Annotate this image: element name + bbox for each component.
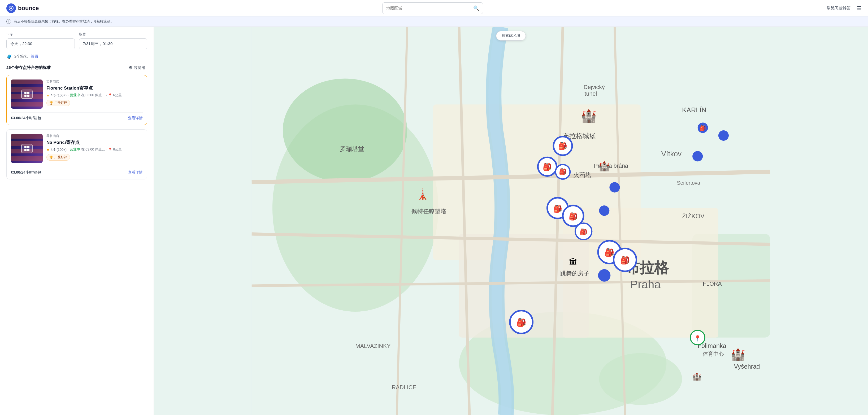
store-image-1 [11, 79, 43, 109]
svg-point-4 [283, 78, 407, 182]
svg-text:🎒: 🎒 [558, 141, 567, 150]
svg-text:🎒: 🎒 [543, 163, 552, 171]
separator-1: · [68, 93, 69, 97]
bags-row: 🧳 2个箱包 编辑 [6, 54, 147, 59]
rating-count-2: (100+) [57, 148, 67, 151]
store-name-1: Florenc Station寄存点 [46, 85, 143, 91]
dropoff-label: 下车 [6, 32, 75, 37]
search-bar[interactable]: 🔍 [382, 2, 483, 14]
star-icon-2: ★ [46, 148, 50, 151]
pin-icon-2: 📍 [108, 148, 112, 151]
filter-icon: ⚙ [129, 65, 132, 70]
datetime-row: 下车 今天，22:30 取货 7/31周三，01:30 [6, 32, 147, 49]
main-content: 下车 今天，22:30 取货 7/31周三，01:30 🧳 2个箱包 编辑 25… [0, 27, 868, 415]
search-icon[interactable]: 🔍 [473, 5, 479, 11]
svg-text:🏰: 🏰 [598, 161, 610, 172]
logo[interactable]: bounce [6, 3, 39, 13]
results-count: 25个寄存点符合您的标准 [6, 65, 51, 70]
trophy-icon-2: 🏆 [49, 155, 53, 159]
filter-button[interactable]: ⚙ 过滤器 [127, 64, 147, 71]
price-1: €3.00/24小时/箱包 [11, 116, 41, 120]
notice-text: 商店不接受现金或未预订前往。在办理寄存前取消，可获得退款。 [14, 19, 114, 24]
store-rating-2: ★ 4.6 (100+) · 营业中 在 03:00 停止... · 📍 6公里 [46, 147, 143, 152]
store-rating-1: ★ 4.5 (100+) · 营业中 在 03:00 停止... · 📍 6公里 [46, 93, 143, 98]
svg-point-1 [10, 7, 12, 9]
svg-text:🏰: 🏰 [581, 108, 597, 123]
notice-bar: i 商店不接受现金或未预订前往。在办理寄存前取消，可获得退款。 [0, 16, 868, 27]
header-nav: 常见问题解答 ☰ [827, 5, 862, 11]
info-icon: i [6, 19, 11, 24]
store-card-1[interactable]: 零售商店 Florenc Station寄存点 ★ 4.5 (100+) · 营… [6, 75, 147, 125]
svg-text:📍: 📍 [694, 335, 701, 342]
badge-text-2: 广受好评 [54, 155, 67, 160]
badge-text-1: 广受好评 [54, 101, 67, 105]
bags-icon: 🧳 [6, 54, 12, 59]
separator-4: · [106, 148, 107, 151]
svg-text:佩特任瞭望塔: 佩特任瞭望塔 [411, 208, 446, 215]
results-header: 25个寄存点符合您的标准 ⚙ 过滤器 [6, 64, 147, 71]
store-category-2: 零售商店 [46, 134, 143, 138]
bags-count: 2个箱包 [14, 54, 28, 59]
star-icon-1: ★ [46, 93, 50, 97]
svg-text:Praha: Praha [630, 278, 661, 291]
svg-text:RADLICE: RADLICE [392, 384, 416, 391]
svg-text:🎒: 🎒 [580, 228, 588, 236]
svg-text:🎒: 🎒 [559, 168, 567, 175]
svg-text:ŽIŽKOV: ŽIŽKOV [682, 213, 705, 220]
svg-text:Vyšehrad: Vyšehrad [734, 363, 760, 370]
store-info-2: 零售商店 Na Porici寄存点 ★ 4.6 (100+) · 营业中 在 0… [46, 134, 143, 163]
svg-point-57 [599, 205, 609, 216]
menu-icon[interactable]: ☰ [857, 5, 862, 11]
pin-icon-1: 📍 [108, 93, 112, 97]
svg-text:🎒: 🎒 [517, 318, 526, 327]
svg-text:火药塔: 火药塔 [573, 171, 592, 178]
store-info-1: 零售商店 Florenc Station寄存点 ★ 4.5 (100+) · 营… [46, 79, 143, 109]
svg-text:tunel: tunel [585, 91, 597, 97]
svg-point-56 [609, 182, 620, 193]
svg-text:🎒: 🎒 [553, 204, 562, 213]
badge-2: 🏆 广受好评 [46, 154, 70, 161]
svg-text:🎒: 🎒 [569, 212, 578, 221]
price-2: €3.00/24小时/箱包 [11, 170, 41, 175]
pickup-input[interactable]: 7/31周三，01:30 [79, 38, 148, 49]
edit-link[interactable]: 编辑 [31, 54, 38, 59]
card-footer-2: €3.00/24小时/箱包 查看详情 [11, 167, 143, 175]
search-input[interactable] [386, 6, 471, 10]
logo-icon [6, 3, 16, 13]
detail-link-2[interactable]: 查看详情 [128, 170, 143, 175]
svg-text:跳舞的房子: 跳舞的房子 [560, 270, 589, 277]
svg-text:🗼: 🗼 [416, 188, 429, 200]
card-inner-2: 零售商店 Na Porici寄存点 ★ 4.6 (100+) · 营业中 在 0… [11, 134, 143, 163]
store-card-2[interactable]: 零售商店 Na Porici寄存点 ★ 4.6 (100+) · 营业中 在 0… [6, 129, 147, 179]
svg-text:🎒: 🎒 [700, 125, 706, 131]
svg-text:罗瑞塔堂: 罗瑞塔堂 [340, 145, 364, 152]
svg-point-7 [599, 353, 682, 405]
store-category-1: 零售商店 [46, 79, 143, 84]
svg-text:KARLÍN: KARLÍN [682, 106, 707, 114]
svg-text:体育中心: 体育中心 [703, 351, 724, 357]
map-area[interactable]: 布拉格 Praha Vítkov ŽIŽKOV MALVAZINKY RADLI… [154, 27, 868, 415]
search-area-button[interactable]: 搜索此区域 [496, 31, 526, 40]
svg-text:Vítkov: Vítkov [661, 150, 682, 158]
svg-text:🏰: 🏰 [692, 372, 702, 381]
badge-1: 🏆 广受好评 [46, 100, 70, 106]
logo-text: bounce [18, 5, 39, 12]
svg-text:Dejvický: Dejvický [584, 84, 605, 90]
distance-2: 📍 6公里 [108, 147, 122, 152]
map-svg: 布拉格 Praha Vítkov ŽIŽKOV MALVAZINKY RADLI… [154, 27, 868, 415]
svg-text:🎒: 🎒 [620, 255, 630, 265]
svg-text:FLORA: FLORA [703, 281, 722, 287]
separator-3: · [68, 148, 69, 151]
svg-point-43 [692, 151, 703, 162]
svg-point-62 [598, 269, 611, 282]
filter-label: 过滤器 [134, 65, 145, 70]
dropoff-input[interactable]: 今天，22:30 [6, 38, 75, 49]
header: bounce 🔍 常见问题解答 ☰ [0, 0, 868, 16]
detail-link-1[interactable]: 查看详情 [128, 116, 143, 120]
pickup-col: 取货 7/31周三，01:30 [79, 32, 148, 49]
separator-2: · [106, 93, 107, 97]
store-status-2: 营业中 [70, 147, 80, 152]
card-footer-1: €3.00/24小时/箱包 查看详情 [11, 112, 143, 120]
close-time-1: 在 03:00 停止... [81, 93, 105, 98]
faq-link[interactable]: 常见问题解答 [827, 6, 850, 10]
